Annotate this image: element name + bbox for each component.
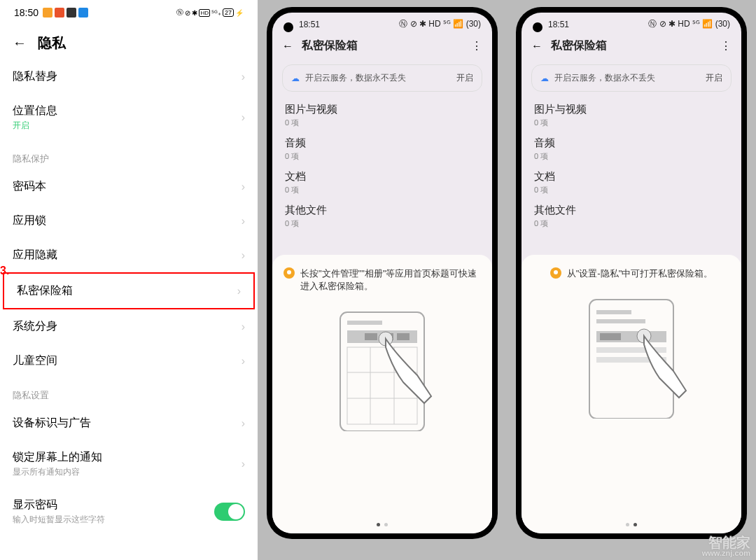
cloud-icon: ☁ <box>540 74 549 83</box>
svg-rect-1 <box>347 321 382 325</box>
page-header: ← 隐私 <box>0 21 258 59</box>
charging-icon: ⚡ <box>235 9 244 17</box>
cat-images-video[interactable]: 图片与视频0 项 <box>272 99 492 132</box>
tip-text: 从"设置-隐私"中可打开私密保险箱。 <box>550 267 713 280</box>
onboarding-sheet: 长按"文件管理""相册"等应用首页标题可快速进入私密保险箱。 <box>272 255 492 533</box>
phone-photos: 18:51 Ⓝ ⊘ ✱ HD ⁵ᴳ 📶 (30) ← 私密保险箱 ⋮ ☁ 开启云… <box>258 0 756 560</box>
svg-rect-3 <box>365 333 377 340</box>
row-label: 位置信息 <box>13 104 57 118</box>
section-privacy-protect: 隐私保护 <box>0 141 258 169</box>
back-icon[interactable]: ← <box>13 35 27 51</box>
cat-other[interactable]: 其他文件0 项 <box>522 200 741 233</box>
signal-icon: ⁵ᴳ₊ <box>211 9 221 17</box>
phone-status-bar: 18:51 Ⓝ ⊘ ✱ HD ⁵ᴳ 📶 (30) <box>272 13 492 30</box>
step-annotation-3: 3. <box>0 265 9 277</box>
phone-1: 18:51 Ⓝ ⊘ ✱ HD ⁵ᴳ 📶 (30) ← 私密保险箱 ⋮ ☁ 开启云… <box>258 0 507 560</box>
tip-text: 长按"文件管理""相册"等应用首页标题可快速进入私密保险箱。 <box>284 267 481 293</box>
svg-rect-16 <box>600 333 621 340</box>
onboarding-sheet: 从"设置-隐私"中可打开私密保险箱。 <box>522 255 741 533</box>
back-icon[interactable]: ← <box>282 40 293 52</box>
back-icon[interactable]: ← <box>531 40 542 52</box>
row-system-clone[interactable]: 系统分身› <box>0 309 258 344</box>
punch-hole-camera <box>284 22 293 32</box>
row-app-lock[interactable]: 应用锁› <box>0 204 258 238</box>
cloud-service-card[interactable]: ☁ 开启云服务，数据永不丢失 开启 <box>282 64 482 92</box>
safe-header: ← 私密保险箱 ⋮ <box>272 30 492 57</box>
safe-header: ← 私密保险箱 ⋮ <box>522 30 741 57</box>
row-sub: 开启 <box>13 120 57 132</box>
kebab-icon[interactable]: ⋮ <box>720 39 732 52</box>
cloud-text: 开启云服务，数据永不丢失 <box>305 72 406 84</box>
row-password-book[interactable]: 密码本› <box>0 169 258 204</box>
chevron-right-icon: › <box>241 249 245 262</box>
cat-other[interactable]: 其他文件0 项 <box>272 200 492 233</box>
dnd-icon: ⊘ <box>185 9 190 17</box>
bluetooth-icon: ✱ <box>192 9 197 17</box>
punch-hole-camera <box>533 22 542 32</box>
cat-docs[interactable]: 文档0 项 <box>522 166 741 200</box>
chevron-right-icon: › <box>241 181 245 193</box>
tip-illustration <box>326 305 438 431</box>
row-location[interactable]: 位置信息 开启 › <box>0 94 258 141</box>
cloud-text: 开启云服务，数据永不丢失 <box>554 72 655 84</box>
chevron-right-icon: › <box>241 111 245 124</box>
section-privacy-settings: 隐私设置 <box>0 378 258 406</box>
chevron-right-icon: › <box>237 285 241 298</box>
svg-rect-13 <box>596 310 631 314</box>
status-app-icons <box>43 8 88 18</box>
svg-rect-14 <box>596 319 645 323</box>
cloud-service-card[interactable]: ☁ 开启云服务，数据永不丢失 开启 <box>531 64 732 92</box>
phone-time: 18:51 <box>548 20 569 29</box>
tip-illustration <box>575 293 687 419</box>
chevron-right-icon: › <box>241 215 245 227</box>
cloud-action[interactable]: 开启 <box>706 72 722 84</box>
safe-title: 私密保险箱 <box>551 38 607 53</box>
chevron-right-icon: › <box>241 71 245 83</box>
phone-status-icons: Ⓝ ⊘ ✱ HD ⁵ᴳ 📶 (30) <box>648 18 730 30</box>
row-label: 隐私替身 <box>13 69 57 84</box>
cat-audio[interactable]: 音频0 项 <box>522 132 741 166</box>
hd-icon: HD <box>199 9 210 17</box>
bulb-icon <box>284 267 295 279</box>
row-app-hide[interactable]: 应用隐藏› <box>0 238 258 272</box>
row-device-id-ads[interactable]: 设备标识与广告› <box>0 406 258 440</box>
phone-2: 18:51 Ⓝ ⊘ ✱ HD ⁵ᴳ 📶 (30) ← 私密保险箱 ⋮ ☁ 开启云… <box>507 0 756 560</box>
page-dots[interactable] <box>626 523 637 526</box>
phone-time: 18:51 <box>299 20 320 29</box>
row-lockscreen-notif[interactable]: 锁定屏幕上的通知显示所有通知内容 › <box>0 440 258 488</box>
status-bar: 18:50 Ⓝ ⊘ ✱ HD ⁵ᴳ₊ 27 ⚡ <box>0 0 258 21</box>
row-privacy-standin[interactable]: 隐私替身 › <box>0 59 258 94</box>
phone-status-bar: 18:51 Ⓝ ⊘ ✱ HD ⁵ᴳ 📶 (30) <box>522 13 741 30</box>
svg-rect-5 <box>397 333 410 340</box>
chevron-right-icon: › <box>241 321 245 333</box>
settings-screenshot: 18:50 Ⓝ ⊘ ✱ HD ⁵ᴳ₊ 27 ⚡ ← 隐私 隐私替身 › 位置信息… <box>0 0 258 560</box>
safe-title: 私密保险箱 <box>302 38 358 53</box>
cloud-action[interactable]: 开启 <box>456 72 473 84</box>
status-right-cluster: Ⓝ ⊘ ✱ HD ⁵ᴳ₊ 27 ⚡ <box>176 8 244 18</box>
page-title: 隐私 <box>38 34 66 52</box>
chevron-right-icon: › <box>241 458 245 470</box>
show-password-toggle[interactable] <box>214 503 245 521</box>
row-private-safe[interactable]: 私密保险箱› <box>3 272 255 309</box>
bulb-icon <box>550 267 561 279</box>
cat-images-video[interactable]: 图片与视频0 项 <box>522 99 741 132</box>
chevron-right-icon: › <box>241 417 245 430</box>
chevron-right-icon: › <box>241 355 245 368</box>
status-time: 18:50 <box>14 7 38 18</box>
battery-icon: 27 <box>223 8 234 17</box>
phone-status-icons: Ⓝ ⊘ ✱ HD ⁵ᴳ 📶 (30) <box>399 18 481 30</box>
cat-audio[interactable]: 音频0 项 <box>272 132 492 166</box>
cloud-icon: ☁ <box>291 74 300 83</box>
row-kids-space[interactable]: 儿童空间› <box>0 344 258 378</box>
kebab-icon[interactable]: ⋮ <box>471 39 482 52</box>
nfc-icon: Ⓝ <box>176 8 183 18</box>
page-dots[interactable] <box>377 523 388 526</box>
cat-docs[interactable]: 文档0 项 <box>272 166 492 200</box>
row-show-password[interactable]: 显示密码输入时短暂显示这些字符 <box>0 488 258 536</box>
